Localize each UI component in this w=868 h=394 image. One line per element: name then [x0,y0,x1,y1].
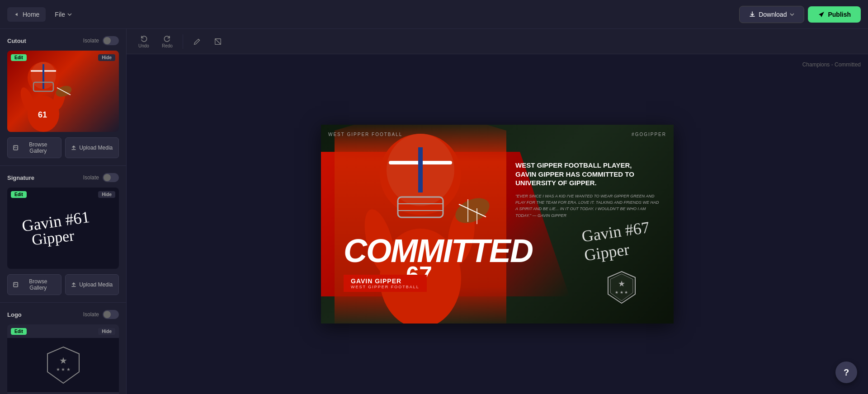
gallery-icon-sig [13,282,18,287]
navbar: Home File Download Publish [0,0,868,29]
help-button[interactable]: ? [835,361,857,383]
logo-title: Logo [7,311,22,318]
signature-browse-gallery-button[interactable]: Browse Gallery [7,274,61,295]
isolate-row: Isolate [83,36,119,45]
signature-hide-badge[interactable]: Hide [98,191,115,198]
canvas-quote: "EVER SINCE I WAS A KID I'VE WANTED TO W… [515,193,660,219]
logo-isolate-toggle[interactable] [103,310,119,319]
canvas-player: 67 [335,125,506,324]
logo-section: Logo Isolate Edit Hide ★ ★ ★ ★ [0,303,126,394]
redo-button[interactable]: Redo [157,32,177,51]
signature-media-buttons: Browse Gallery Upload Media [7,274,119,295]
cutout-header: Cutout Isolate [7,36,119,45]
undo-label: Undo [138,43,149,48]
download-icon [749,11,756,18]
nav-right: Download Publish [739,6,861,23]
svg-rect-27 [418,147,423,192]
logo-header: Logo Isolate [7,310,119,319]
isolate-label-logo: Isolate [83,311,99,318]
svg-text:61: 61 [38,110,47,119]
cutout-title: Cutout [7,38,26,44]
file-button[interactable]: File [49,7,78,22]
canvas-committed-text: COMMITTED [344,232,533,269]
logo-preview: Edit Hide ★ ★ ★ ★ [7,324,119,394]
main-area: Cutout Isolate Edit Hide [0,29,868,394]
crop-tool-button[interactable] [209,35,226,48]
cutout-hide-badge[interactable]: Hide [98,54,115,61]
chevron-down-icon [67,12,72,17]
signature-svg: Gavin #61 Gipper [14,201,113,255]
signature-isolate-toggle[interactable] [103,173,119,182]
cutout-media-buttons: Browse Gallery Upload Media [7,137,119,158]
canvas-logo-svg: ★ ★ ★ ★ [606,269,637,305]
gallery-icon [13,145,18,150]
logo-hide-badge[interactable]: Hide [98,328,115,335]
canvas-top-left-text: West Gipper Football [328,132,402,137]
svg-text:★: ★ [59,356,67,366]
signature-header: Signature Isolate [7,173,119,182]
redo-label: Redo [162,43,173,48]
canvas-player-name: GAVIN GIPPER [351,277,420,285]
svg-line-22 [215,38,221,44]
editor-area: Undo Redo Champions - Committed West [127,29,868,394]
canvas-label: Champions - Committed [802,61,861,68]
toolbar-separator [183,34,183,49]
signature-upload-media-button[interactable]: Upload Media [65,274,119,295]
svg-text:★ ★ ★: ★ ★ ★ [615,290,628,295]
isolate-label-cutout: Isolate [83,38,99,44]
sidebar: Cutout Isolate Edit Hide [0,29,127,394]
home-arrow-icon [14,11,20,18]
cutout-upload-media-button[interactable]: Upload Media [65,137,119,158]
nav-left: Home File [7,7,78,22]
isolate-label-sig: Isolate [83,174,99,181]
pen-icon [193,38,201,46]
isolate-row-logo: Isolate [83,310,119,319]
home-button[interactable]: Home [7,7,46,22]
logo-image: ★ ★ ★ ★ [7,338,119,392]
pen-tool-button[interactable] [189,35,206,48]
canvas-name-plate: GAVIN GIPPER WEST GIPPER FOOTBALL [344,275,427,292]
player-svg: 61 [7,51,80,132]
signature-upload-label: Upload Media [79,281,113,288]
canvas-top-right-text: #GoGipper [632,132,666,137]
design-canvas[interactable]: West Gipper Football #GoGipper [321,125,674,324]
canvas-logo: ★ ★ ★ ★ [606,269,637,305]
signature-edit-badge[interactable]: Edit [11,191,27,198]
cutout-isolate-toggle[interactable] [103,36,119,45]
toolbar: Undo Redo [127,29,868,54]
canvas-area[interactable]: Champions - Committed West Gipper Footba… [127,54,868,394]
publish-button[interactable]: Publish [808,6,861,23]
canvas-player-svg: 67 [339,125,502,324]
signature-browse-label: Browse Gallery [21,278,55,291]
upload-icon [71,145,76,150]
download-button[interactable]: Download [739,6,804,23]
signature-section: Signature Isolate Edit Hide Gavin #61 Gi… [0,166,126,303]
canvas-player-team: WEST GIPPER FOOTBALL [351,285,420,289]
undo-button[interactable]: Undo [134,32,154,51]
upload-icon-sig [71,282,76,287]
cutout-preview: Edit Hide [7,51,119,132]
svg-text:★: ★ [618,279,625,288]
canvas-headline: WEST GIPPER FOOTBALL PLAYER,GAVIN GIPPER… [515,161,660,188]
isolate-row-sig: Isolate [83,173,119,182]
redo-icon [163,34,171,42]
undo-icon [140,34,148,42]
download-label: Download [759,11,787,18]
cutout-browse-gallery-button[interactable]: Browse Gallery [7,137,61,158]
cutout-upload-label: Upload Media [79,145,113,151]
cutout-browse-label: Browse Gallery [21,141,55,154]
cutout-section: Cutout Isolate Edit Hide [0,29,126,166]
publish-label: Publish [828,11,851,18]
file-label: File [55,11,65,18]
download-chevron-icon [789,12,795,17]
logo-edit-badge[interactable]: Edit [11,328,27,335]
cutout-edit-badge[interactable]: Edit [11,54,27,61]
signature-title: Signature [7,174,34,181]
signature-preview: Edit Hide Gavin #61 Gipper [7,188,119,269]
logo-svg: ★ ★ ★ ★ [45,345,81,385]
canvas-right-text: WEST GIPPER FOOTBALL PLAYER,GAVIN GIPPER… [515,161,660,219]
crop-icon [214,38,222,46]
publish-send-icon [818,11,825,18]
cutout-player-image: 61 [7,51,119,132]
signature-image: Gavin #61 Gipper [7,188,119,269]
